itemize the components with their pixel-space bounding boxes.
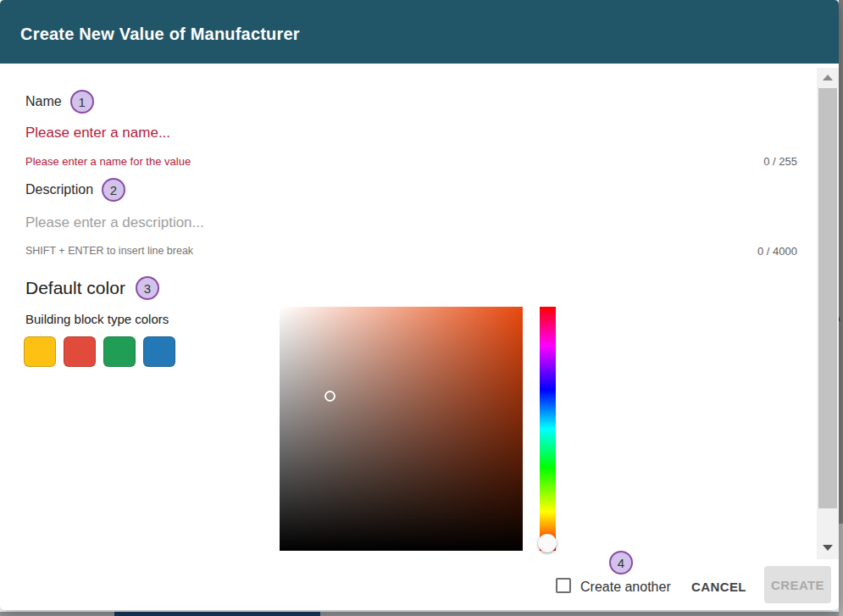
swatch-blue[interactable]	[143, 336, 175, 367]
create-button[interactable]: CREATE	[764, 566, 831, 603]
default-color-heading-row: Default color 3	[25, 276, 159, 300]
scroll-down-icon[interactable]	[823, 545, 833, 551]
description-meta-row: SHIFT + ENTER to insert line break 0 / 4…	[25, 245, 797, 258]
description-helper: SHIFT + ENTER to insert line break	[25, 245, 193, 257]
annotation-badge-1: 1	[70, 90, 94, 114]
description-input[interactable]	[25, 210, 797, 236]
screen: Create New Value of Manufacturer Name 1 …	[0, 0, 843, 616]
scroll-up-icon[interactable]	[823, 75, 833, 80]
name-counter: 0 / 255	[763, 155, 797, 168]
browser-scrollbar-thumb[interactable]	[839, 0, 843, 524]
description-label-row: Description 2	[25, 178, 125, 202]
hue-slider-thumb[interactable]	[538, 534, 557, 552]
page-horizontal-scrollbar[interactable]	[0, 612, 839, 616]
swatch-yellow[interactable]	[24, 336, 56, 367]
description-label: Description	[25, 182, 93, 197]
page-horizontal-scrollbar-thumb[interactable]	[114, 612, 320, 616]
dialog-scrollbar-thumb[interactable]	[818, 88, 837, 508]
default-color-heading: Default color	[25, 278, 125, 298]
saturation-value-area[interactable]	[280, 307, 523, 551]
dialog-title: Create New Value of Manufacturer	[20, 25, 300, 44]
create-value-dialog: Create New Value of Manufacturer Name 1 …	[0, 0, 839, 610]
description-counter: 0 / 4000	[757, 245, 797, 258]
saturation-marker[interactable]	[324, 391, 336, 402]
dialog-scrollbar-track[interactable]	[817, 68, 839, 559]
annotation-badge-2: 2	[102, 178, 125, 202]
swatch-row	[24, 336, 175, 367]
name-label-row: Name 1	[25, 90, 94, 114]
cancel-button[interactable]: CANCEL	[691, 580, 746, 594]
dialog-header: Create New Value of Manufacturer	[0, 0, 839, 64]
swatch-red[interactable]	[64, 336, 96, 367]
hue-slider[interactable]	[540, 307, 556, 551]
name-meta-row: Please enter a name for the value 0 / 25…	[25, 155, 797, 168]
annotation-badge-4: 4	[609, 551, 633, 574]
name-label: Name	[25, 94, 62, 109]
browser-scrollbar-track[interactable]	[839, 0, 843, 616]
annotation-badge-3: 3	[136, 276, 159, 300]
create-another-checkbox[interactable]	[556, 578, 571, 593]
create-another-label[interactable]: Create another	[580, 580, 671, 595]
swatch-group-label: Building block type colors	[25, 312, 169, 326]
saturation-black-gradient	[280, 307, 523, 551]
name-error: Please enter a name for the value	[25, 155, 191, 168]
swatch-green[interactable]	[103, 336, 136, 367]
name-input[interactable]	[25, 120, 797, 146]
